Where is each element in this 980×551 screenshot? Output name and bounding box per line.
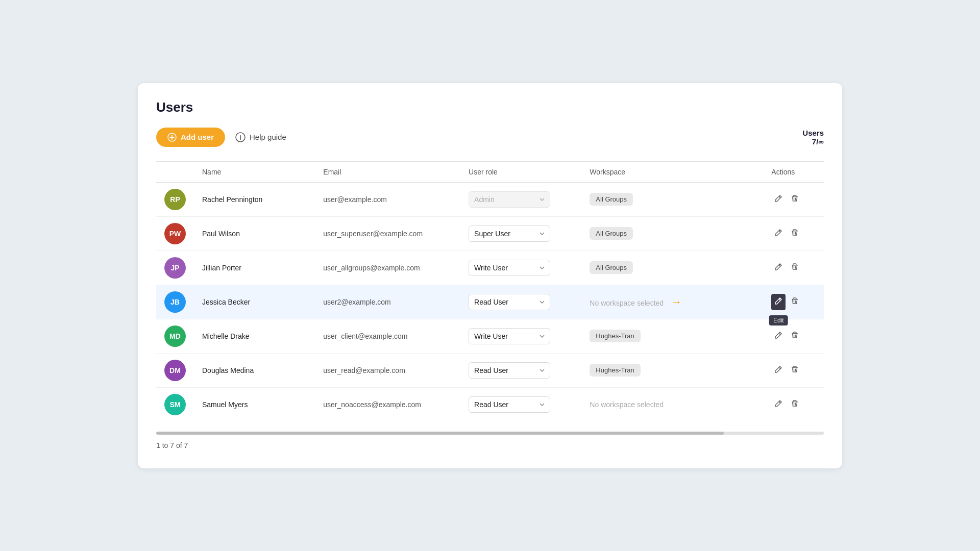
avatar-cell: JP [156, 251, 194, 285]
delete-button[interactable] [788, 328, 802, 344]
workspace-cell: Hughes-Tran [581, 319, 763, 353]
avatar: MD [164, 325, 186, 347]
svg-line-25 [779, 367, 780, 369]
workspace-badge: Hughes-Tran [590, 364, 640, 377]
user-name: Samuel Myers [194, 387, 315, 421]
workspace-badge: All Groups [590, 227, 633, 240]
actions-buttons [771, 396, 816, 413]
pagination-bar: 1 to 7 of 7 [156, 425, 824, 452]
table-row: PWPaul Wilsonuser_superuser@example.comA… [156, 216, 824, 251]
workspace-cell: All Groups [581, 216, 763, 251]
user-role-cell: AdminSuper UserWrite UserRead User [460, 182, 581, 216]
user-name: Paul Wilson [194, 216, 315, 251]
avatar-cell: RP [156, 182, 194, 216]
trash-icon [791, 263, 799, 271]
delete-button[interactable] [788, 396, 802, 413]
delete-button[interactable] [788, 294, 802, 310]
edit-button[interactable]: Edit [771, 294, 786, 310]
table-row: SMSamuel Myersuser_noaccess@example.comA… [156, 387, 824, 421]
delete-button[interactable] [788, 362, 802, 379]
actions-cell [763, 353, 824, 387]
user-email: user2@example.com [315, 285, 460, 319]
svg-line-17 [779, 299, 780, 300]
user-name: Rachel Pennington [194, 182, 315, 216]
col-header-actions: Actions [763, 161, 824, 182]
avatar: JB [164, 291, 186, 313]
table-row: RPRachel Penningtonuser@example.comAdmin… [156, 182, 824, 216]
avatar-cell: SM [156, 387, 194, 421]
trash-icon [791, 399, 799, 408]
edit-button[interactable] [771, 328, 786, 344]
actions-cell [763, 182, 824, 216]
help-guide-button[interactable]: i Help guide [235, 132, 286, 142]
role-select[interactable]: AdminSuper UserWrite UserRead User [469, 226, 550, 242]
avatar: DM [164, 360, 186, 381]
actions-cell [763, 251, 824, 285]
edit-button[interactable] [771, 396, 786, 413]
workspace-badge: Hughes-Tran [590, 330, 640, 342]
arrow-indicator: → [668, 295, 682, 308]
actions-cell [763, 387, 824, 421]
role-select[interactable]: AdminSuper UserWrite UserRead User [469, 362, 550, 379]
svg-text:i: i [239, 134, 241, 141]
svg-line-29 [779, 402, 780, 403]
col-header-avatar [156, 161, 194, 182]
edit-icon [774, 365, 782, 373]
delete-button[interactable] [788, 260, 802, 276]
actions-buttons [771, 191, 816, 208]
table-row: MDMichelle Drakeuser_client@example.comA… [156, 319, 824, 353]
user-name: Jessica Becker [194, 285, 315, 319]
user-email: user@example.com [315, 182, 460, 216]
avatar: JP [164, 257, 186, 279]
role-select[interactable]: AdminSuper UserWrite UserRead User [469, 260, 550, 276]
actions-cell: Edit [763, 285, 824, 319]
role-select[interactable]: AdminSuper UserWrite UserRead User [469, 396, 550, 413]
edit-button[interactable] [771, 226, 786, 242]
edit-icon [774, 297, 782, 305]
info-icon: i [235, 132, 246, 142]
col-header-name: Name [194, 161, 315, 182]
user-name: Douglas Medina [194, 353, 315, 387]
user-role-cell: AdminSuper UserWrite UserRead User [460, 387, 581, 421]
actions-cell [763, 216, 824, 251]
edit-button[interactable] [771, 260, 786, 276]
workspace-none: No workspace selected [590, 299, 664, 307]
user-email: user_read@example.com [315, 353, 460, 387]
avatar: SM [164, 394, 186, 415]
workspace-cell: No workspace selected → [581, 285, 763, 319]
user-name: Jillian Porter [194, 251, 315, 285]
user-email: user_client@example.com [315, 319, 460, 353]
avatar-cell: MD [156, 319, 194, 353]
role-select[interactable]: AdminSuper UserWrite UserRead User [469, 294, 550, 310]
user-role-cell: AdminSuper UserWrite UserRead User [460, 353, 581, 387]
toolbar: Add user i Help guide Users 7/∞ [156, 128, 824, 147]
svg-line-13 [779, 265, 780, 266]
delete-button[interactable] [788, 191, 802, 208]
trash-icon [791, 331, 799, 339]
workspace-cell: No workspace selected [581, 387, 763, 421]
user-name: Michelle Drake [194, 319, 315, 353]
col-header-workspace: Workspace [581, 161, 763, 182]
workspace-badge: All Groups [590, 261, 633, 274]
workspace-none: No workspace selected [590, 400, 664, 409]
workspace-cell: All Groups [581, 182, 763, 216]
delete-button[interactable] [788, 226, 802, 242]
edit-button[interactable] [771, 362, 786, 379]
actions-buttons [771, 226, 816, 242]
scrollbar-thumb [156, 432, 724, 435]
edit-button[interactable] [771, 191, 786, 208]
avatar-cell: JB [156, 285, 194, 319]
svg-line-9 [779, 231, 780, 232]
svg-line-5 [779, 196, 780, 198]
edit-icon [774, 229, 782, 237]
svg-line-21 [779, 333, 780, 335]
avatar-cell: DM [156, 353, 194, 387]
role-select[interactable]: AdminSuper UserWrite UserRead User [469, 328, 550, 344]
actions-buttons [771, 260, 816, 276]
scrollbar-track[interactable] [156, 432, 824, 435]
workspace-badge: All Groups [590, 193, 633, 206]
page-title: Users [156, 99, 824, 115]
workspace-cell: All Groups [581, 251, 763, 285]
add-user-button[interactable]: Add user [156, 128, 225, 147]
users-count: Users 7/∞ [802, 129, 824, 146]
